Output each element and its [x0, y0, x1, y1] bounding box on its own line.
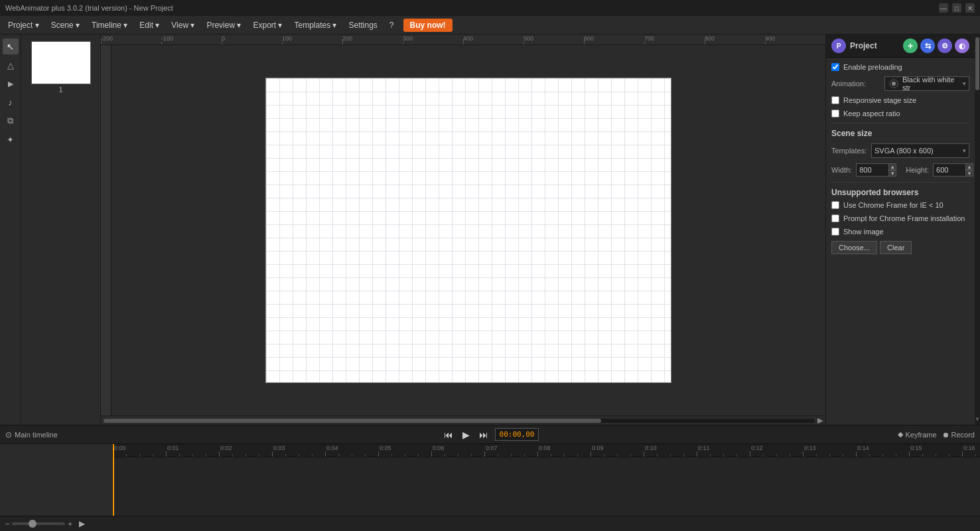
- scroll-thumb[interactable]: [104, 419, 601, 423]
- timeline-ruler-marks: 0:000:010:020:030:040:050:060:070:080:09…: [113, 444, 980, 457]
- divider-1: [831, 123, 969, 123]
- menu-edit[interactable]: Edit ▾: [134, 19, 165, 32]
- enable-preloading-checkbox[interactable]: [831, 63, 839, 71]
- width-down-button[interactable]: ▼: [888, 170, 896, 177]
- height-input[interactable]: 600: [933, 163, 966, 177]
- chrome-frame-row: Use Chrome Frame for IE < 10: [831, 201, 969, 209]
- timeline-expand-button[interactable]: ▶: [79, 519, 85, 528]
- music-tool-button[interactable]: ♪: [3, 94, 19, 110]
- header-icon-group: + ⇆ ⚙ ◐: [903, 38, 969, 53]
- project-name-label: Project: [850, 41, 877, 50]
- responsive-stage-label: Responsive stage size: [843, 96, 916, 104]
- show-image-row: Show image: [831, 228, 969, 236]
- timeline-area: ⊙ Main timeline ⏮ ▶ ⏭ 00:00,00 ◆ Keyfram…: [0, 425, 980, 531]
- sync-icon[interactable]: ⇆: [920, 38, 935, 53]
- height-spinner: ▲ ▼: [965, 163, 973, 177]
- cursor-tool-button[interactable]: ↖: [3, 38, 19, 54]
- responsive-stage-row: Responsive stage size: [831, 96, 969, 104]
- animation-icon: [888, 78, 900, 90]
- unsupported-browsers-header: Unsupported browsers: [831, 188, 969, 197]
- stage-grid: [266, 78, 671, 382]
- project-avatar: P: [831, 38, 846, 53]
- zoom-out-icon[interactable]: −: [5, 520, 9, 528]
- right-panel-scrollbar[interactable]: ▼: [975, 35, 980, 425]
- image-buttons: Choose... Clear: [831, 241, 969, 256]
- scroll-down-arrow[interactable]: ▼: [975, 416, 980, 425]
- zoom-slider[interactable]: [12, 522, 65, 525]
- menu-templates[interactable]: Templates ▾: [289, 19, 342, 32]
- menu-preview[interactable]: Preview ▾: [201, 19, 246, 32]
- prompt-chrome-checkbox[interactable]: [831, 214, 839, 222]
- clear-button[interactable]: Clear: [880, 241, 912, 254]
- templates-select[interactable]: SVGA (800 x 600) ▾: [871, 143, 969, 158]
- chrome-frame-label: Use Chrome Frame for IE < 10: [843, 201, 944, 209]
- zoom-controls: − +: [5, 520, 72, 528]
- animation-row: Animation: Black with white str ▾: [831, 76, 969, 91]
- scene-thumbnail[interactable]: [31, 41, 91, 84]
- extra-tool-button[interactable]: ✦: [3, 131, 19, 147]
- rewind-button[interactable]: ⏮: [441, 428, 456, 441]
- menu-bar: Project ▾ Scene ▾ Timeline ▾ Edit ▾ View…: [0, 16, 980, 35]
- timeline-title: ⊙ Main timeline: [5, 430, 58, 439]
- keep-aspect-ratio-row: Keep aspect ratio: [831, 110, 969, 117]
- main-area: ↖ △ ▶ ♪ ⧉ ✦ 1 -200-100010020030040050060…: [0, 35, 980, 425]
- prompt-chrome-label: Prompt for Chrome Frame installation: [843, 214, 965, 222]
- camera-tool-button[interactable]: ▶: [3, 76, 19, 92]
- responsive-stage-checkbox[interactable]: [831, 96, 839, 104]
- show-image-checkbox[interactable]: [831, 228, 839, 236]
- expand-icon[interactable]: ▶: [817, 416, 823, 425]
- record-icon: ⏺: [942, 431, 949, 439]
- close-button[interactable]: ✕: [965, 3, 975, 13]
- fast-forward-button[interactable]: ⏭: [476, 428, 491, 441]
- bottom-controls: − + ▶: [0, 516, 980, 531]
- menu-project[interactable]: Project ▾: [3, 19, 44, 32]
- settings-icon[interactable]: ⚙: [938, 38, 952, 53]
- record-label: Record: [951, 431, 975, 439]
- height-label: Height:: [906, 166, 929, 174]
- height-down-button[interactable]: ▼: [965, 170, 973, 177]
- menu-view[interactable]: View ▾: [166, 19, 200, 32]
- timeline-ruler-ruler: [0, 445, 112, 459]
- keyframe-button[interactable]: ◆ Keyframe: [898, 430, 936, 439]
- zoom-thumb[interactable]: [29, 520, 36, 528]
- copy-tool-button[interactable]: ⧉: [3, 113, 19, 129]
- choose-button[interactable]: Choose...: [831, 241, 877, 254]
- keep-aspect-ratio-label: Keep aspect ratio: [843, 110, 900, 117]
- play-button[interactable]: ▶: [460, 428, 472, 441]
- menu-scene[interactable]: Scene ▾: [46, 19, 85, 32]
- menu-settings[interactable]: Settings: [344, 19, 383, 32]
- width-input[interactable]: 800: [856, 163, 889, 177]
- menu-export[interactable]: Export ▾: [247, 19, 287, 32]
- right-panel-scroll-thumb[interactable]: [975, 37, 979, 90]
- right-panel-header: P Project + ⇆ ⚙ ◐: [826, 35, 975, 58]
- width-input-group: 800 ▲ ▼: [856, 163, 896, 177]
- menu-help[interactable]: ?: [384, 19, 399, 32]
- scroll-track[interactable]: [104, 419, 815, 423]
- buy-now-button[interactable]: Buy now!: [403, 19, 453, 32]
- zoom-in-icon[interactable]: +: [68, 520, 72, 528]
- timeline-title-text: Main timeline: [15, 431, 58, 439]
- horizontal-scrollbar[interactable]: ▶: [101, 416, 825, 425]
- animation-select[interactable]: Black with white str ▾: [884, 76, 969, 91]
- chrome-frame-checkbox[interactable]: [831, 201, 839, 209]
- stage-canvas[interactable]: [265, 78, 671, 383]
- restore-button[interactable]: □: [952, 3, 961, 13]
- add-user-icon[interactable]: +: [903, 38, 918, 53]
- viewport-wrapper: [101, 45, 825, 416]
- menu-timeline[interactable]: Timeline ▾: [86, 19, 133, 32]
- animation-value: Black with white str: [902, 76, 963, 92]
- scenes-panel: 1: [21, 35, 101, 425]
- width-up-button[interactable]: ▲: [888, 163, 896, 170]
- height-input-group: 600 ▲ ▼: [933, 163, 973, 177]
- height-up-button[interactable]: ▲: [965, 163, 973, 170]
- minimize-button[interactable]: —: [939, 3, 948, 13]
- record-button[interactable]: ⏺ Record: [942, 431, 975, 439]
- canvas-wrapper[interactable]: [111, 45, 825, 416]
- templates-label: Templates:: [831, 147, 871, 155]
- prompt-chrome-row: Prompt for Chrome Frame installation: [831, 214, 969, 222]
- theme-icon[interactable]: ◐: [955, 38, 969, 53]
- shape-tool-button[interactable]: △: [3, 57, 19, 73]
- keep-aspect-ratio-checkbox[interactable]: [831, 110, 839, 117]
- right-section: P Project + ⇆ ⚙ ◐ Enable preloading Anim…: [825, 35, 980, 425]
- templates-arrow: ▾: [963, 147, 966, 154]
